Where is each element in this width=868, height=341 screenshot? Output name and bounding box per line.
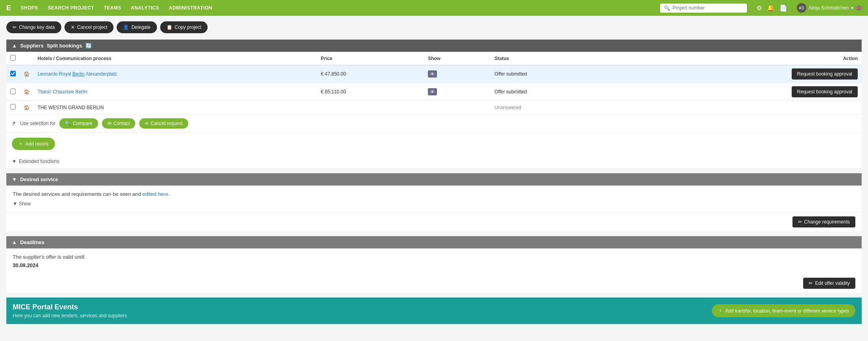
split-bookings-label: Split bookings [47, 43, 82, 49]
add-hotels-row: ＋ Add Hotels [6, 133, 862, 155]
avatar: AS [797, 3, 806, 13]
edit-offer-validity-button[interactable]: ✏ Edit offer validity [803, 278, 855, 289]
add-icon: ＋ [18, 140, 23, 147]
hotel-name-1[interactable]: Leonardo Royal Berlin Alexanderplatz [38, 71, 117, 77]
status-2: Offer submitted [491, 83, 621, 101]
add-transfer-button[interactable]: ＋ Add transfer, location, team-event or … [712, 304, 855, 317]
copy-icon: 📋 [166, 25, 172, 30]
mice-portal-section: MICE Portal Events Here you can add new … [6, 297, 862, 324]
nav-icon-group: ⚙ 🔔 📄 [756, 4, 787, 12]
hotel-name-3: THE WESTIN GRAND BERLIN [34, 101, 317, 114]
price-3 [317, 101, 424, 114]
change-requirements-row: ✏ Change requirements [6, 212, 862, 231]
change-requirements-button[interactable]: ✏ Change requirements [792, 216, 855, 227]
table-row: 🏠 Leonardo Royal Berlin Alexanderplatz €… [6, 65, 862, 83]
deadlines-body: The supplier's offer is valid until: 30.… [6, 248, 862, 274]
desired-service-header[interactable]: ▼ Desired service [6, 173, 862, 186]
person-icon: 👤 [123, 25, 129, 30]
show-button-1[interactable]: 👁 [428, 70, 437, 78]
add-hotels-button[interactable]: ＋ Add Hotels [12, 138, 55, 150]
compare-button[interactable]: 🔍 Compare [59, 118, 98, 129]
nav-shops[interactable]: SHOPS [21, 5, 38, 11]
nav-administration[interactable]: ADMINISTRATION [169, 5, 212, 11]
desired-service-body: The desired services and requirements ca… [6, 186, 862, 212]
table-row: 🏠 Titanic Chaussee Berlin € 85,110.00 👁 … [6, 83, 862, 101]
desired-service-title: Desired service [20, 176, 58, 182]
contact-icon: ✉ [108, 121, 112, 126]
main-content: ✏ Change key data ✕ Cancel project 👤 Del… [0, 16, 868, 330]
edit-offer-row: ✏ Edit offer validity [6, 274, 862, 293]
hotel-icon-3: 🏠 [24, 105, 30, 110]
hotel-icon-2: 🏠 [24, 89, 30, 95]
search-input[interactable] [673, 5, 743, 11]
navigation: E SHOPS SEARCH PROJECT TEAMS ANALYTICS A… [0, 0, 868, 16]
edit-offer-icon: ✏ [809, 280, 813, 286]
cancel-request-button[interactable]: ✕ Cancel request [139, 118, 188, 129]
nav-analytics[interactable]: ANALYTICS [131, 5, 159, 11]
copy-project-button[interactable]: 📋 Copy project [160, 21, 208, 33]
edit-icon: ✏ [13, 25, 17, 30]
chevron-down-icon: ▼ [12, 159, 17, 164]
show-toggle[interactable]: ▼ Show [13, 201, 855, 206]
collapse-icon: ▲ [12, 43, 17, 49]
brand-logo: E [6, 4, 11, 12]
suppliers-table: Hotels / Communication process Price Sho… [6, 52, 862, 114]
suppliers-title: Suppliers [20, 43, 43, 49]
search-icon: 🔍 [664, 5, 670, 11]
col-action: Action [621, 52, 862, 65]
hotel-name-2[interactable]: Titanic Chaussee Berlin [38, 89, 87, 95]
deadlines-section: ▲ Deadlines The supplier's offer is vali… [6, 236, 862, 293]
select-all-checkbox[interactable] [10, 55, 16, 61]
edit-req-icon: ✏ [798, 219, 802, 225]
user-dropdown-icon: ▾ [851, 5, 853, 11]
cancel-project-button[interactable]: ✕ Cancel project [64, 21, 114, 33]
row3-checkbox[interactable] [10, 104, 16, 110]
col-show: Show [424, 52, 491, 65]
add-transfer-icon: ＋ [718, 307, 723, 314]
documents-icon[interactable]: 📄 [779, 4, 787, 12]
cancel-icon: ✕ [71, 25, 75, 30]
status-1: Offer submitted [491, 65, 621, 83]
table-row: 🏠 THE WESTIN GRAND BERLIN Unanswered [6, 101, 862, 114]
settings-icon[interactable]: ⚙ [756, 4, 762, 12]
price-2: € 85,110.00 [317, 83, 424, 101]
status-3: Unanswered [491, 101, 621, 114]
nav-search-project[interactable]: SEARCH PROJECT [48, 5, 95, 11]
mice-portal-title: MICE Portal Events [13, 303, 127, 311]
row1-checkbox[interactable] [10, 71, 16, 76]
collapse-deadlines-icon: ▲ [12, 239, 17, 245]
col-status: Status [491, 52, 621, 65]
request-booking-approval-button-2[interactable]: Request booking approval [792, 86, 858, 97]
notifications-icon[interactable]: 🔔 [767, 4, 775, 12]
price-1: € 47,850.00 [317, 65, 424, 83]
user-menu[interactable]: AS Alisja Schmidtchen ▾ 🇬🇧 [797, 3, 862, 13]
mice-portal-subtitle: Here you can add new tenders, services a… [13, 313, 127, 318]
suppliers-section-header[interactable]: ▲ Suppliers Split bookings 🔄 [6, 40, 862, 52]
suppliers-section: ▲ Suppliers Split bookings 🔄 Hotels / Co… [6, 40, 862, 169]
user-name: Alisja Schmidtchen [809, 5, 849, 11]
nav-teams[interactable]: TEAMS [104, 5, 121, 11]
extended-functions-toggle[interactable]: ▼ Extended functions [6, 155, 862, 169]
col-price: Price [317, 52, 424, 65]
edit-here-link[interactable]: edited here. [142, 191, 170, 197]
change-key-data-button[interactable]: ✏ Change key data [6, 21, 61, 33]
desired-service-text: The desired services and requirements ca… [13, 191, 855, 197]
selection-arrow-icon: ↱ [12, 121, 16, 127]
selection-row: ↱ Use selection for 🔍 Compare ✉ Contact … [6, 114, 862, 133]
split-bookings-icon: 🔄 [85, 43, 92, 49]
delegate-button[interactable]: 👤 Delegate [117, 21, 157, 33]
search-bar[interactable]: 🔍 [660, 4, 747, 13]
mice-portal-info: MICE Portal Events Here you can add new … [13, 303, 127, 318]
hotel-icon-1: 🏠 [24, 71, 30, 77]
deadlines-header[interactable]: ▲ Deadlines [6, 236, 862, 248]
collapse-desired-icon: ▼ [12, 176, 17, 182]
compare-icon: 🔍 [65, 121, 71, 126]
offer-valid-text: The supplier's offer is valid until: [13, 254, 855, 260]
toolbar: ✏ Change key data ✕ Cancel project 👤 Del… [6, 21, 862, 33]
show-button-2[interactable]: 👁 [428, 88, 437, 95]
cancel-request-icon: ✕ [145, 121, 149, 126]
flag-icon: 🇬🇧 [856, 5, 862, 11]
request-booking-approval-button-1[interactable]: Request booking approval [792, 68, 858, 80]
row2-checkbox[interactable] [10, 89, 16, 94]
contact-button[interactable]: ✉ Contact [102, 118, 135, 129]
